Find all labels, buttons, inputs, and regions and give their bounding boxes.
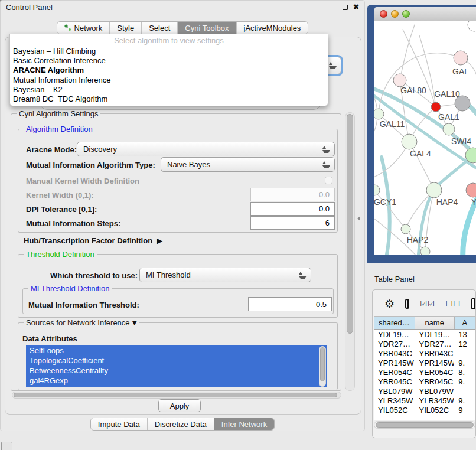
node-top-right[interactable] — [468, 21, 476, 31]
node-GAL11[interactable] — [374, 109, 384, 119]
node-label-gal10: GAL10 — [434, 89, 460, 99]
node-HAP2[interactable] — [401, 224, 410, 234]
table-cell: 12 — [454, 339, 475, 348]
mi-algorithm-type-combo[interactable]: Naive Bayes — [161, 157, 335, 172]
table-header-row: shared…nameA — [374, 317, 475, 330]
table-row[interactable]: YPR145WYPR145W9. — [374, 358, 475, 367]
which-threshold-value: MI Threshold — [146, 270, 191, 279]
dpi-tolerance-input[interactable]: 0.0 — [250, 202, 335, 216]
network-edge[interactable] — [400, 25, 415, 80]
tab-discretize-data[interactable]: Discretize Data — [148, 418, 214, 430]
kernel-width-input[interactable]: 0.0 — [250, 188, 335, 201]
table-row[interactable]: YDR27…YDR27…12 — [374, 339, 475, 348]
mi-threshold-input[interactable]: 0.5 — [248, 297, 332, 311]
table-row[interactable]: YBR043CYBR043C — [374, 348, 475, 358]
table-row[interactable]: YER054CYER054C8. — [374, 367, 475, 377]
attributes-scrollbar[interactable] — [319, 346, 326, 387]
settings-horizontal-scrollbar-thumb[interactable] — [14, 393, 337, 397]
table-row[interactable]: YIL052CYIL052C9 — [374, 405, 475, 415]
table-cell — [454, 348, 475, 358]
minimize-window-icon[interactable] — [391, 10, 399, 18]
tab-infer-network[interactable]: Infer Network — [214, 418, 274, 430]
tab-label: Style — [117, 24, 134, 32]
settings-vertical-scrollbar-thumb[interactable] — [347, 114, 353, 334]
table-cell: YDR27… — [374, 339, 415, 348]
dropdown-item-basic-correlation-inference[interactable]: Basic Correlation Inference — [10, 56, 328, 65]
tab-select[interactable]: Select — [142, 22, 178, 34]
settings-vertical-scrollbar[interactable] — [345, 112, 355, 391]
tab-cyni-toolbox[interactable]: Cyni Toolbox — [178, 22, 236, 34]
mi-steps-label: Mutual Information Steps: — [26, 219, 120, 228]
hub-section-toggle[interactable]: Hub/Transcription Factor Definition ▶ — [24, 236, 162, 245]
node-bottom[interactable] — [420, 247, 430, 255]
table-horizontal-scrollbar[interactable] — [374, 421, 475, 429]
attribute-item-topologicalcoefficient[interactable]: TopologicalCoefficient — [26, 356, 327, 366]
dropdown-item-mutual-information-inference[interactable]: Mutual Information Inference — [10, 75, 328, 84]
attribute-item-gal4rgexp[interactable]: gal4RGexp — [26, 376, 327, 386]
table-cell: 13 — [454, 330, 475, 339]
close-panel-icon[interactable]: ✖ — [353, 4, 359, 10]
node-label-gal80: GAL80 — [400, 86, 426, 95]
close-window-icon[interactable] — [380, 10, 387, 18]
table-horizontal-scrollbar-thumb[interactable] — [376, 422, 474, 428]
mi-steps-input[interactable]: 6 — [250, 216, 335, 230]
tab-network[interactable]: Network — [57, 22, 110, 34]
attribute-item-selfloops[interactable]: SelfLoops — [26, 345, 327, 356]
node-GAL1[interactable] — [431, 102, 441, 112]
tab-impute-data[interactable]: Impute Data — [91, 418, 148, 430]
node-label-gal: GAL — [452, 67, 469, 76]
node-pink-right[interactable] — [466, 183, 476, 197]
network-window: GALGAL80GAL10GAL1SWI4GAL11GAL4GCY1HAP4YH… — [367, 5, 476, 263]
sources-legend-text: Sources for Network Inference — [26, 318, 130, 327]
combo-stepper-icon — [299, 272, 307, 279]
splitter-collapse-arrow[interactable] — [357, 216, 360, 221]
table-cell: YBR043C — [374, 348, 415, 358]
network-edge[interactable] — [403, 30, 436, 107]
node-SWI4[interactable] — [443, 123, 455, 135]
node-label-hap4: HAP4 — [436, 197, 458, 207]
algorithm-dropdown-list: Bayesian – Hill ClimbingBasic Correlatio… — [10, 46, 328, 104]
network-canvas[interactable]: GALGAL80GAL10GAL1SWI4GAL11GAL4GCY1HAP4YH… — [374, 21, 476, 255]
dropdown-item-bayesian-k2[interactable]: Bayesian – K2 — [10, 84, 328, 94]
dropdown-item-bayesian-hill-climbing[interactable]: Bayesian – Hill Climbing — [10, 46, 328, 56]
table-row[interactable]: YDL19…YDL19…13 — [374, 330, 475, 339]
table-cell: YER054C — [374, 367, 415, 377]
node-pink-top[interactable] — [454, 51, 468, 65]
aracne-mode-combo[interactable]: Discovery — [77, 142, 335, 156]
dropdown-item-dream8-dc-tdc-algorithm[interactable]: Dream8 DC_TDC Algorithm — [10, 94, 328, 103]
table-row[interactable]: YLR345WYLR345W9. — [374, 396, 475, 405]
zoom-window-icon[interactable] — [402, 10, 410, 18]
table-cell: YBR045C — [415, 377, 454, 386]
dropdown-item-aracne-algorithm[interactable]: ARACNE Algorithm — [10, 66, 328, 75]
float-panel-icon[interactable] — [343, 5, 348, 10]
attributes-scrollbar-thumb[interactable] — [320, 347, 325, 381]
manual-kernel-checkbox[interactable] — [325, 177, 332, 184]
table-row[interactable]: YBR045CYBR045C9. — [374, 377, 475, 386]
checked-checkboxes-icon[interactable]: ☑☑ — [420, 299, 435, 308]
node-table: shared…nameA YDL19…YDL19…13YDR27…YDR27…1… — [374, 316, 475, 420]
node-GAL80[interactable] — [393, 74, 406, 87]
column-header-a[interactable]: A — [455, 317, 475, 329]
table-cell: YDL19… — [374, 330, 415, 339]
kernel-width-value: 0.0 — [319, 190, 330, 199]
apply-button[interactable]: Apply — [158, 399, 201, 412]
node-GCY1[interactable] — [374, 185, 380, 195]
table-row[interactable]: YBL079WYBL079W — [374, 386, 475, 396]
tab-style[interactable]: Style — [110, 22, 142, 34]
column-header-name[interactable]: name — [415, 317, 455, 329]
new-table-icon[interactable] — [471, 298, 475, 309]
settings-horizontal-scrollbar[interactable] — [12, 392, 341, 399]
minimized-panel-button[interactable] — [1, 442, 12, 450]
split-columns-icon[interactable] — [405, 299, 409, 309]
tab-jactivemnodules[interactable]: jActiveMNodules — [237, 22, 308, 34]
gear-icon[interactable]: ⚙ — [384, 298, 395, 309]
node-GAL4[interactable] — [402, 134, 417, 149]
node-HAP4[interactable] — [426, 182, 442, 198]
which-threshold-combo[interactable]: MI Threshold — [139, 268, 311, 282]
table-cell: YDR27… — [415, 339, 454, 348]
which-threshold-label: Which threshold to use: — [50, 271, 138, 280]
attribute-item-betweennesscentrality[interactable]: BetweennessCentrality — [26, 366, 327, 376]
collapse-down-icon[interactable]: ▼ — [132, 319, 137, 327]
column-header-shared[interactable]: shared… — [374, 317, 415, 329]
unchecked-checkboxes-icon[interactable]: ☐☐ — [446, 299, 461, 308]
